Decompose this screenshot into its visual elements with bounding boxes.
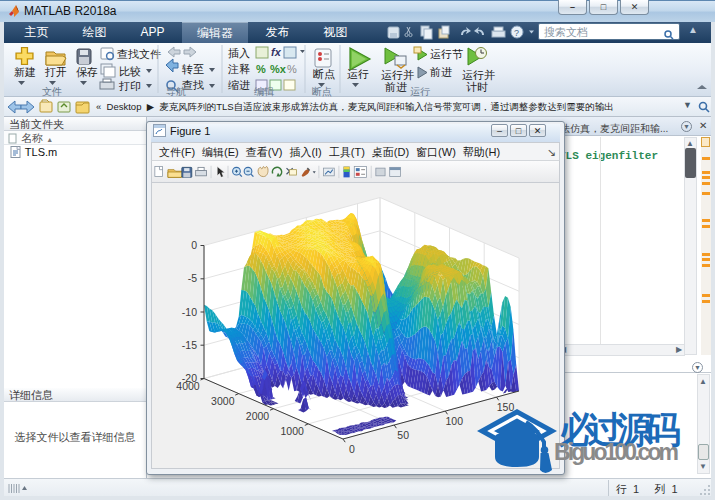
svg-text:-20: -20 (182, 372, 197, 384)
svg-text:断点: 断点 (312, 86, 332, 97)
svg-text:运行: 运行 (347, 68, 369, 80)
svg-text:1000: 1000 (281, 425, 305, 437)
svg-text:前进: 前进 (429, 66, 452, 78)
svg-text:注释: 注释 (227, 63, 250, 75)
svg-text:前进: 前进 (384, 81, 407, 93)
svg-text:比较: 比较 (119, 65, 141, 77)
svg-text:-15: -15 (182, 339, 197, 351)
svg-text:%: % (287, 63, 297, 75)
svg-text:转至: 转至 (181, 63, 204, 75)
svg-text:-5: -5 (188, 272, 197, 284)
svg-text:运行并: 运行并 (462, 69, 495, 81)
svg-text:%x: %x (270, 63, 287, 75)
svg-text:%: % (256, 63, 266, 75)
svg-text:运行节: 运行节 (430, 48, 463, 60)
svg-text:2000: 2000 (246, 410, 270, 422)
svg-text:0: 0 (349, 443, 355, 455)
svg-text:导航: 导航 (166, 86, 186, 97)
svg-text:100: 100 (446, 415, 464, 427)
svg-text:?: ? (514, 28, 519, 38)
svg-text:新建: 新建 (14, 66, 36, 78)
svg-text:计时: 计时 (466, 81, 488, 93)
svg-text:fx: fx (271, 46, 282, 58)
svg-text:文件: 文件 (42, 86, 62, 97)
svg-text:缩进: 缩进 (228, 79, 250, 91)
svg-text:0: 0 (191, 239, 197, 251)
svg-text:打开: 打开 (44, 66, 67, 78)
svg-text:编辑: 编辑 (254, 86, 274, 97)
svg-text:断点: 断点 (313, 68, 335, 80)
svg-text:运行并: 运行并 (381, 69, 414, 81)
svg-text:打印: 打印 (118, 80, 141, 92)
svg-text:-10: -10 (182, 306, 197, 318)
svg-text:保存: 保存 (76, 66, 98, 78)
svg-text:插入: 插入 (228, 47, 250, 59)
svg-text:运行: 运行 (410, 86, 430, 97)
svg-text:50: 50 (397, 429, 409, 441)
svg-text:查找文件: 查找文件 (117, 48, 161, 60)
svg-text:3000: 3000 (211, 395, 235, 407)
svg-text:Biguo100.com: Biguo100.com (554, 439, 679, 465)
